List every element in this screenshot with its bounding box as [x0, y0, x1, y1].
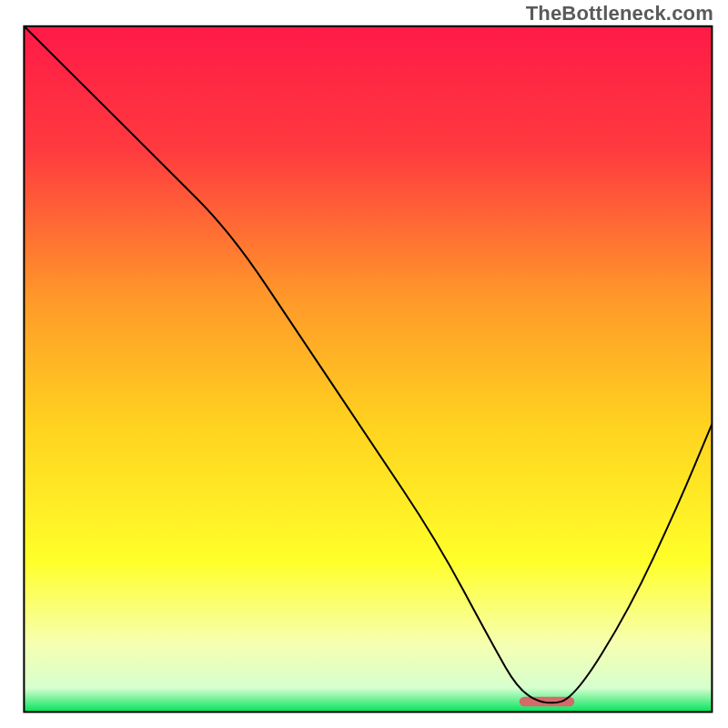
chart-container: TheBottleneck.com	[0, 0, 728, 728]
bottleneck-chart	[0, 0, 728, 728]
